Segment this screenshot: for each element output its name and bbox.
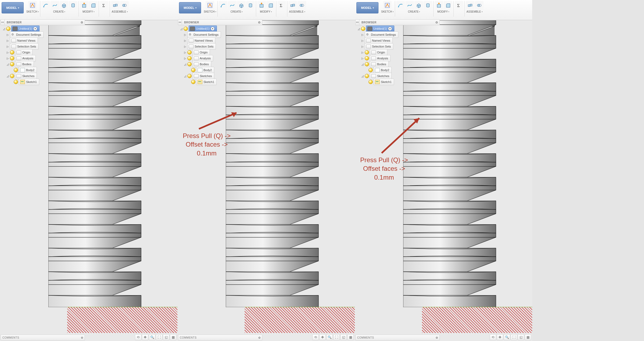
visibility-bulb-icon[interactable]: [14, 80, 18, 84]
tree-item-sketch1[interactable]: Sketch1: [374, 79, 394, 85]
orbit-icon[interactable]: ⟲: [135, 334, 141, 340]
display-settings-icon[interactable]: ▦: [170, 334, 176, 340]
visibility-bulb-icon[interactable]: [14, 68, 18, 72]
toolbar-label-modify[interactable]: MODIFY: [260, 10, 272, 13]
joint-icon[interactable]: [111, 1, 120, 10]
browser-settings-icon[interactable]: ✿: [435, 21, 438, 24]
display-settings-icon[interactable]: ▦: [525, 334, 531, 340]
revolve-icon[interactable]: [69, 1, 77, 10]
joint-icon[interactable]: [288, 1, 297, 10]
tree-expander[interactable]: ◿: [6, 63, 9, 66]
toolbar-label-create[interactable]: CREATE: [408, 10, 420, 13]
extrude-icon[interactable]: [237, 1, 246, 10]
browser-collapse-icon[interactable]: ◂◂: [1, 19, 5, 25]
look-at-icon[interactable]: ◱: [163, 334, 169, 340]
tree-item-sketches[interactable]: Sketches: [15, 73, 37, 79]
activate-radio-icon[interactable]: [33, 27, 37, 31]
browser-panel-header[interactable]: ◂◂ BROWSER ✿: [178, 19, 262, 25]
fillet-icon[interactable]: [89, 1, 98, 10]
tree-expander[interactable]: ◿: [184, 63, 187, 66]
tree-item-selection-sets[interactable]: Selection Sets: [365, 43, 393, 50]
tree-expander[interactable]: ▷: [6, 57, 9, 60]
fillet-icon[interactable]: [266, 1, 275, 10]
visibility-bulb-icon[interactable]: [187, 62, 192, 66]
joint-icon[interactable]: [466, 1, 474, 10]
tree-expander[interactable]: ▷: [361, 33, 364, 36]
tree-item-origin[interactable]: Origin: [192, 49, 210, 56]
comments-panel-header[interactable]: COMMENTS✿: [178, 335, 262, 340]
look-at-icon[interactable]: ◱: [518, 334, 524, 340]
activate-radio-icon[interactable]: [211, 27, 214, 31]
revolve-icon[interactable]: [246, 1, 255, 10]
toolbar-label-create[interactable]: CREATE: [231, 10, 243, 13]
workspace-model-button[interactable]: MODEL: [356, 2, 378, 13]
pan-icon[interactable]: ✥: [319, 334, 326, 340]
tree-expander[interactable]: ◿: [6, 75, 9, 78]
tree-item-sketch1[interactable]: Sketch1: [19, 79, 39, 85]
tree-item-selection-sets[interactable]: Selection Sets: [10, 43, 38, 50]
toolbar-label-modify[interactable]: MODIFY: [83, 10, 95, 13]
spline-icon[interactable]: [51, 1, 59, 10]
visibility-bulb-icon[interactable]: [10, 74, 14, 78]
visibility-bulb-icon[interactable]: [365, 56, 369, 60]
tree-root-component[interactable]: Untitled(1): [366, 26, 394, 32]
visibility-bulb-icon[interactable]: [6, 27, 10, 31]
visibility-bulb-icon[interactable]: [191, 68, 195, 72]
toolbar-label-create[interactable]: CREATE: [53, 10, 66, 13]
comments-settings-icon[interactable]: ✿: [436, 336, 438, 339]
browser-panel-header[interactable]: ◂◂ BROWSER ✿: [1, 19, 85, 25]
visibility-bulb-icon[interactable]: [10, 50, 14, 55]
tree-expander[interactable]: ▷: [184, 39, 187, 42]
tree-item-named-views[interactable]: Named Views: [187, 37, 215, 44]
presspull-icon[interactable]: [435, 1, 443, 10]
orbit-icon[interactable]: ⟲: [312, 334, 319, 340]
tree-item-body2[interactable]: Body2: [19, 67, 37, 73]
fit-icon[interactable]: ⛶: [156, 334, 162, 340]
tree-expander[interactable]: ▷: [361, 51, 364, 54]
tree-expander[interactable]: ▷: [361, 39, 364, 42]
tree-item-document-settings[interactable]: ⚙Document Settings: [10, 31, 44, 38]
pan-icon[interactable]: ✥: [142, 334, 148, 340]
tree-item-origin[interactable]: Origin: [15, 49, 33, 56]
workspace-model-button[interactable]: MODEL: [2, 2, 24, 13]
visibility-bulb-icon[interactable]: [365, 62, 369, 66]
tree-item-body2[interactable]: Body2: [374, 67, 392, 73]
tree-expander[interactable]: ▷: [6, 39, 9, 42]
activate-radio-icon[interactable]: [388, 27, 392, 31]
tree-item-selection-sets[interactable]: Selection Sets: [187, 43, 216, 50]
browser-settings-icon[interactable]: ✿: [258, 21, 260, 24]
zoom-icon[interactable]: 🔍: [326, 334, 333, 340]
visibility-bulb-icon[interactable]: [10, 56, 14, 60]
tree-item-sketches[interactable]: Sketches: [192, 73, 214, 79]
display-settings-icon[interactable]: ▦: [347, 334, 354, 340]
revolve-icon[interactable]: [424, 1, 432, 10]
toolbar-label-modify[interactable]: MODIFY: [437, 10, 449, 13]
tree-expander[interactable]: ▷: [6, 51, 9, 54]
tree-expander[interactable]: ▷: [6, 33, 9, 36]
visibility-bulb-icon[interactable]: [191, 80, 195, 84]
tree-expander[interactable]: ▷: [184, 33, 187, 36]
comments-panel-header[interactable]: COMMENTS✿: [355, 335, 440, 340]
browser-settings-icon[interactable]: ✿: [81, 21, 83, 24]
asbuilt-joint-icon[interactable]: [298, 1, 306, 10]
tree-expander[interactable]: ◿: [184, 75, 187, 78]
presspull-icon[interactable]: [257, 1, 266, 10]
asbuilt-joint-icon[interactable]: [120, 1, 129, 10]
toolbar-label-sketch[interactable]: SKETCH: [381, 10, 394, 13]
visibility-bulb-icon[interactable]: [187, 74, 192, 78]
tree-item-document-settings[interactable]: ⚙Document Settings: [365, 31, 398, 38]
visibility-bulb-icon[interactable]: [187, 56, 192, 60]
line-icon[interactable]: [219, 1, 227, 10]
spline-icon[interactable]: [228, 1, 237, 10]
tree-expander[interactable]: ◿: [361, 63, 364, 66]
tree-item-analysis[interactable]: Analysis: [370, 55, 391, 61]
zoom-icon[interactable]: 🔍: [149, 334, 155, 340]
visibility-bulb-icon[interactable]: [365, 74, 369, 78]
extrude-icon[interactable]: [414, 1, 423, 10]
tree-item-body2[interactable]: Body2: [196, 67, 214, 73]
tree-expander[interactable]: ◿: [357, 27, 360, 30]
tree-item-sketches[interactable]: Sketches: [370, 73, 392, 79]
toolbar-label-sketch[interactable]: SKETCH: [26, 10, 39, 13]
tree-expander[interactable]: ▷: [6, 45, 9, 48]
tree-expander[interactable]: ▷: [184, 51, 187, 54]
